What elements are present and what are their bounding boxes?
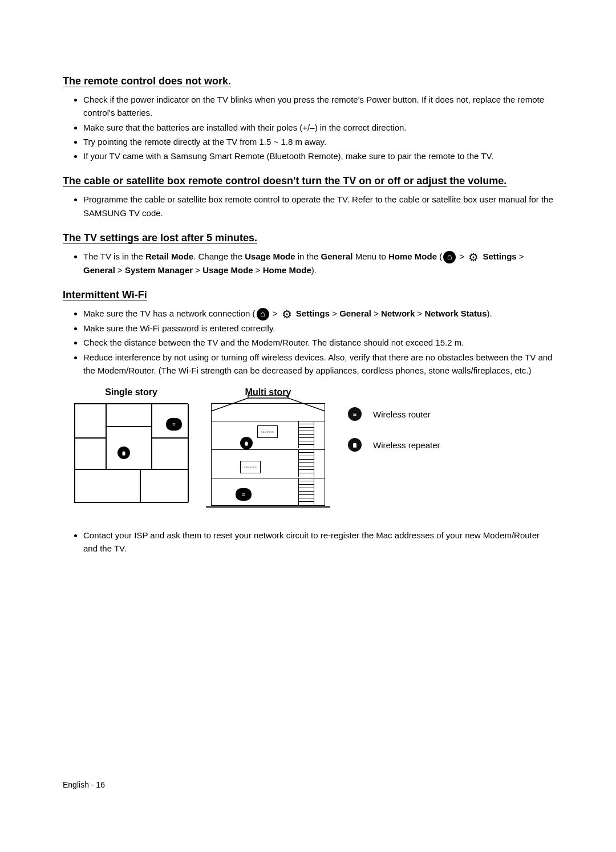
nav-network: Network xyxy=(381,309,415,318)
text-fragment: ). xyxy=(311,265,317,275)
list-cable: Programme the cable or satellite box rem… xyxy=(83,193,553,220)
house-multi-story: ≡ xyxy=(211,403,325,506)
diagrams-row: Single story ≡ Multi story xyxy=(74,387,553,506)
diagram-multi-story: Multi story ≡ xyxy=(211,387,325,506)
nav-sep: > xyxy=(517,251,524,261)
list-item: The TV is in the Retail Mode. Change the… xyxy=(83,250,553,277)
heading-settings-lost: The TV settings are lost after 5 minutes… xyxy=(63,232,553,244)
nav-system-manager: System Manager xyxy=(125,265,193,275)
heading-remote: The remote control does not work. xyxy=(63,75,553,87)
stairs-icon xyxy=(298,478,314,505)
router-icon: ≡ xyxy=(166,418,182,431)
list-settings: The TV is in the Retail Mode. Change the… xyxy=(83,250,553,277)
list-item: Check the distance between the TV and th… xyxy=(83,336,553,349)
nav-general: General xyxy=(83,265,115,275)
list-item: Reduce interference by not using or turn… xyxy=(83,351,553,378)
text-fragment: Menu to xyxy=(352,251,388,261)
stairs-icon xyxy=(298,449,314,477)
heading-cable: The cable or satellite box remote contro… xyxy=(63,175,553,187)
router-icon: ≡ xyxy=(236,488,252,501)
nav-general: General xyxy=(339,309,371,318)
text-fragment: The TV is in the xyxy=(83,251,145,261)
diagram-label-single: Single story xyxy=(105,387,157,397)
nav-usage-mode: Usage Mode xyxy=(202,265,253,275)
nav-sep: > xyxy=(253,265,263,275)
tv-icon xyxy=(240,461,261,473)
nav-settings: Settings xyxy=(296,309,330,318)
text-fragment: . Change the xyxy=(193,251,245,261)
floorplan-single-story: ≡ xyxy=(74,403,188,503)
list-item: Contact your ISP and ask them to reset y… xyxy=(83,529,553,555)
legend-text-repeater: Wireless repeater xyxy=(373,440,440,450)
gear-icon xyxy=(468,251,479,263)
page-footer: English - 16 xyxy=(63,780,105,789)
bold-general: General xyxy=(321,251,353,261)
repeater-icon xyxy=(240,437,253,449)
list-item: If your TV came with a Samsung Smart Rem… xyxy=(83,149,553,163)
nav-sep: > xyxy=(270,309,280,318)
gear-icon xyxy=(281,309,293,320)
legend-row-router: Wireless router xyxy=(348,407,440,421)
nav-sep: > xyxy=(457,251,467,261)
list-wifi: Make sure the TV has a network connectio… xyxy=(83,307,553,377)
text-fragment: ). xyxy=(487,309,492,318)
list-item: Make sure the Wi-Fi password is entered … xyxy=(83,322,553,335)
heading-wifi: Intermittent Wi-Fi xyxy=(63,289,553,301)
text-fragment: ( xyxy=(437,251,442,261)
list-item: Try pointing the remote directly at the … xyxy=(83,135,553,148)
list-contact: Contact your ISP and ask them to reset y… xyxy=(83,529,553,555)
nav-sep: > xyxy=(193,265,202,275)
nav-home-mode: Home Mode xyxy=(263,265,311,275)
nav-sep: > xyxy=(415,309,424,318)
list-item: Check if the power indicator on the TV b… xyxy=(83,93,553,120)
nav-network-status: Network Status xyxy=(424,309,487,318)
tv-icon xyxy=(257,425,278,438)
diagram-legend: Wireless router Wireless repeater xyxy=(348,407,440,452)
nav-settings: Settings xyxy=(483,251,517,261)
nav-sep: > xyxy=(115,265,125,275)
roof-icon xyxy=(211,395,325,412)
list-item: Programme the cable or satellite box rem… xyxy=(83,193,553,220)
home-icon xyxy=(257,308,269,320)
text-fragment: in the xyxy=(295,251,321,261)
diagram-single-story: Single story ≡ xyxy=(74,387,188,503)
bold-usage-mode: Usage Mode xyxy=(245,251,295,261)
list-item: Make sure that the batteries are install… xyxy=(83,121,553,134)
nav-sep: > xyxy=(330,309,339,318)
list-remote: Check if the power indicator on the TV b… xyxy=(83,93,553,163)
home-icon xyxy=(443,251,456,263)
legend-row-repeater: Wireless repeater xyxy=(348,438,440,452)
bold-home-mode: Home Mode xyxy=(388,251,437,261)
router-icon xyxy=(348,407,362,421)
legend-text-router: Wireless router xyxy=(373,409,431,419)
repeater-icon xyxy=(348,438,362,452)
nav-sep: > xyxy=(371,309,381,318)
bold-retail-mode: Retail Mode xyxy=(145,251,193,261)
repeater-icon xyxy=(117,447,130,459)
stairs-icon xyxy=(298,421,314,448)
text-fragment: Make sure the TV has a network connectio… xyxy=(83,309,256,318)
list-item: Make sure the TV has a network connectio… xyxy=(83,307,553,320)
